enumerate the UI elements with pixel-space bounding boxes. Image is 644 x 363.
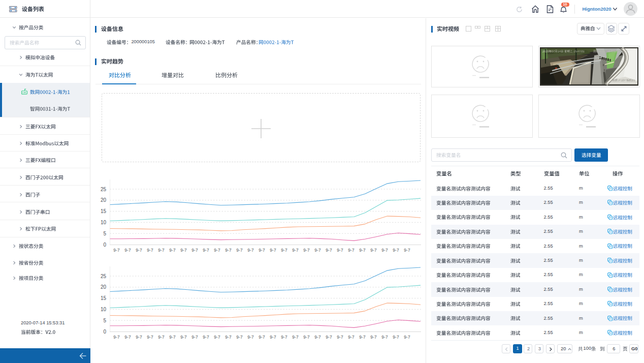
svg-text:9-7: 9-7 [303,248,310,253]
svg-text:9-7: 9-7 [326,248,332,253]
svg-text:9-7: 9-7 [393,335,399,340]
svg-text:9-7: 9-7 [270,335,276,340]
svg-text:10: 10 [101,307,107,312]
svg-text:9-7: 9-7 [203,248,209,253]
svg-text:9-7: 9-7 [303,335,310,340]
svg-text:9-7: 9-7 [169,335,176,340]
svg-text:9-7: 9-7 [281,248,287,253]
svg-text:9-7: 9-7 [404,248,410,253]
svg-text:9-7: 9-7 [180,335,187,340]
svg-text:9-7: 9-7 [337,335,343,340]
svg-text:9-7: 9-7 [348,248,355,253]
svg-text:9-7: 9-7 [236,335,243,340]
svg-text:9-7: 9-7 [381,335,388,340]
svg-text:9-7: 9-7 [370,248,377,253]
svg-text:9-7: 9-7 [393,248,399,253]
svg-text:9-7: 9-7 [113,248,120,253]
svg-text:9-7: 9-7 [404,335,410,340]
svg-text:10: 10 [101,220,107,225]
svg-text:9-7: 9-7 [136,335,142,340]
svg-text:9-7: 9-7 [247,248,254,253]
svg-text:0: 0 [103,242,106,248]
svg-text:9-7: 9-7 [113,335,120,340]
svg-text:9-7: 9-7 [158,248,165,253]
svg-text:9-7: 9-7 [191,248,198,253]
svg-text:9-7: 9-7 [348,335,355,340]
svg-text:9-7: 9-7 [214,335,220,340]
svg-text:9-7: 9-7 [270,248,276,253]
svg-text:25: 25 [101,187,107,192]
svg-text:9-7: 9-7 [147,335,153,340]
svg-text:9-7: 9-7 [281,335,287,340]
svg-text:15: 15 [101,208,107,214]
svg-text:9-7: 9-7 [225,248,232,253]
svg-text:9-7: 9-7 [225,335,232,340]
svg-text:9-7: 9-7 [259,248,265,253]
svg-text:9-7: 9-7 [147,248,153,253]
svg-text:9-7: 9-7 [158,335,165,340]
svg-text:20: 20 [101,284,107,290]
svg-text:15: 15 [101,295,107,301]
svg-text:25: 25 [101,274,107,279]
svg-text:9-7: 9-7 [292,335,299,340]
svg-text:5: 5 [103,231,106,236]
svg-text:9-7: 9-7 [381,248,388,253]
svg-text:20: 20 [101,197,107,203]
svg-text:9-7: 9-7 [247,335,254,340]
svg-text:9-7: 9-7 [136,248,142,253]
svg-text:9-7: 9-7 [259,335,265,340]
svg-text:0: 0 [103,329,106,335]
svg-text:9-7: 9-7 [359,248,366,253]
svg-text:9-7: 9-7 [337,248,343,253]
svg-text:9-7: 9-7 [180,248,187,253]
svg-text:9-7: 9-7 [292,248,299,253]
svg-text:9-7: 9-7 [191,335,198,340]
svg-text:9-7: 9-7 [370,335,377,340]
svg-text:9-7: 9-7 [203,335,209,340]
svg-text:9-7: 9-7 [124,248,131,253]
svg-text:9-7: 9-7 [124,335,131,340]
svg-text:9-7: 9-7 [214,248,220,253]
svg-text:9-7: 9-7 [314,248,321,253]
svg-text:9-7: 9-7 [236,248,243,253]
svg-text:9-7: 9-7 [314,335,321,340]
svg-text:9-7: 9-7 [326,335,332,340]
svg-text:5: 5 [103,318,106,323]
svg-text:9-7: 9-7 [359,335,366,340]
svg-text:9-7: 9-7 [169,248,176,253]
